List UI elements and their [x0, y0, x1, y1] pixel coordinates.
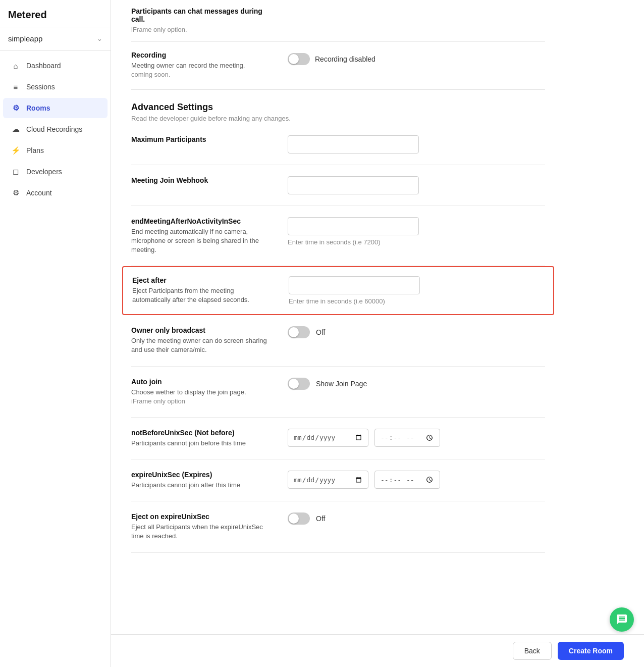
sidebar-item-dashboard[interactable]: ⌂Dashboard	[3, 56, 108, 76]
sidebar-item-sessions[interactable]: ≡Sessions	[3, 77, 108, 97]
sidebar-item-label: Plans	[26, 146, 44, 155]
footer-bar: Back Create Room	[111, 634, 644, 667]
settings-row-end-meeting-no-activity: endMeetingAfterNoActivityInSec End meeti…	[131, 206, 545, 267]
settings-row-eject-on-expire: Eject on expireUnixSec Eject all Partici…	[131, 501, 545, 552]
not-before-unix-sec-label-block: notBeforeUnixSec (Not before) Participan…	[131, 429, 273, 448]
not-before-unix-sec-title: notBeforeUnixSec (Not before)	[131, 429, 273, 437]
chat-label: Participants can chat messages during ca…	[131, 7, 273, 23]
sidebar-item-plans[interactable]: ⚡Plans	[3, 140, 108, 161]
sidebar-item-label: Rooms	[26, 104, 50, 112]
sidebar-item-label: Sessions	[26, 83, 55, 91]
settings-control-end-meeting-no-activity: Enter time in seconds (i.e 7200)	[288, 217, 545, 246]
meeting-join-webhook-input[interactable]	[288, 176, 419, 194]
owner-only-broadcast-desc: Only the meeting owner can do screen sha…	[131, 336, 273, 354]
recording-desc: Meeting owner can record the meeting.	[131, 61, 273, 70]
end-meeting-no-activity-input[interactable]	[288, 217, 419, 235]
auto-join-label-block: Auto join Choose wether to display the j…	[131, 378, 273, 406]
end-meeting-no-activity-title: endMeetingAfterNoActivityInSec	[131, 217, 273, 225]
app-name: simpleapp	[8, 34, 42, 43]
auto-join-toggle[interactable]	[288, 378, 310, 390]
sidebar-item-rooms[interactable]: ⚙Rooms	[3, 98, 108, 118]
settings-list: Maximum Participants Meeting Join Webhoo…	[131, 124, 545, 553]
recording-toggle-label: Recording disabled	[315, 55, 375, 63]
settings-control-not-before-unix-sec	[288, 429, 545, 447]
settings-control-owner-only-broadcast: Off	[288, 326, 545, 338]
eject-on-expire-label-block: Eject on expireUnixSec Eject all Partici…	[131, 512, 273, 541]
auto-join-sublabel: iFrame only option	[131, 397, 273, 406]
expire-unix-sec-time-input[interactable]	[374, 471, 440, 489]
advanced-settings-section: Advanced Settings Read the developer gui…	[131, 90, 545, 124]
meeting-join-webhook-label-block: Meeting Join Webhook	[131, 176, 273, 186]
eject-on-expire-title: Eject on expireUnixSec	[131, 512, 273, 521]
end-meeting-no-activity-desc: End meeting automatically if no camera, …	[131, 227, 273, 255]
rooms-icon: ⚙	[11, 104, 20, 113]
eject-after-label-block: Eject after Eject Participants from the …	[132, 276, 274, 304]
settings-control-expire-unix-sec	[288, 471, 545, 489]
app-logo: Metered	[0, 0, 111, 27]
plans-icon: ⚡	[11, 146, 20, 155]
end-meeting-no-activity-hint: Enter time in seconds (i.e 7200)	[288, 238, 545, 246]
settings-control-eject-on-expire: Off	[288, 512, 545, 525]
max-participants-input[interactable]	[288, 135, 419, 153]
sidebar-item-label: Dashboard	[26, 62, 61, 70]
max-participants-title: Maximum Participants	[131, 135, 273, 143]
auto-join-toggle-label: Show Join Page	[316, 380, 367, 388]
main-content: Participants can chat messages during ca…	[111, 0, 644, 667]
settings-control-meeting-join-webhook	[288, 176, 545, 194]
settings-row-eject-after: Eject after Eject Participants from the …	[122, 266, 554, 315]
owner-only-broadcast-label-block: Owner only broadcast Only the meeting ow…	[131, 326, 273, 354]
owner-only-broadcast-title: Owner only broadcast	[131, 326, 273, 334]
sidebar-item-account[interactable]: ⚙Account	[3, 183, 108, 203]
eject-on-expire-toggle[interactable]	[288, 512, 310, 525]
sidebar-item-developers[interactable]: ◻Developers	[3, 162, 108, 182]
expire-unix-sec-desc: Participants cannot join after this time	[131, 481, 273, 490]
chevron-down-icon: ⌄	[97, 35, 102, 42]
not-before-unix-sec-date-input[interactable]	[288, 429, 368, 447]
settings-control-eject-after: Enter time in seconds (i.e 60000)	[289, 276, 544, 305]
settings-control-auto-join: Show Join Page	[288, 378, 545, 390]
advanced-settings-title: Advanced Settings	[131, 102, 545, 113]
expire-unix-sec-title: expireUnixSec (Expires)	[131, 471, 273, 479]
max-participants-label-block: Maximum Participants	[131, 135, 273, 145]
end-meeting-no-activity-label-block: endMeetingAfterNoActivityInSec End meeti…	[131, 217, 273, 255]
eject-after-desc: Eject Participants from the meeting auto…	[132, 286, 274, 304]
create-room-button[interactable]: Create Room	[558, 642, 624, 660]
settings-row-meeting-join-webhook: Meeting Join Webhook	[131, 165, 545, 206]
expire-unix-sec-date-input[interactable]	[288, 471, 368, 489]
sidebar: Metered simpleapp ⌄ ⌂Dashboard≡Sessions⚙…	[0, 0, 111, 667]
not-before-unix-sec-time-input[interactable]	[374, 429, 440, 447]
sidebar-item-label: Developers	[26, 168, 62, 176]
not-before-unix-sec-desc: Participants cannot join before this tim…	[131, 439, 273, 448]
auto-join-desc: Choose wether to display the join page.	[131, 388, 273, 397]
settings-row-max-participants: Maximum Participants	[131, 124, 545, 165]
meeting-join-webhook-title: Meeting Join Webhook	[131, 176, 273, 184]
settings-row-not-before-unix-sec: notBeforeUnixSec (Not before) Participan…	[131, 418, 545, 459]
sidebar-item-label: Cloud Recordings	[26, 125, 82, 133]
dashboard-icon: ⌂	[11, 61, 20, 70]
eject-on-expire-toggle-label: Off	[316, 515, 325, 523]
app-switcher[interactable]: simpleapp ⌄	[0, 27, 111, 50]
sidebar-item-cloud-recordings[interactable]: ☁Cloud Recordings	[3, 119, 108, 139]
developers-icon: ◻	[11, 167, 20, 176]
settings-row-auto-join: Auto join Choose wether to display the j…	[131, 367, 545, 418]
top-partial: Participants can chat messages during ca…	[131, 0, 545, 90]
eject-after-title: Eject after	[132, 276, 274, 284]
owner-only-broadcast-toggle[interactable]	[288, 326, 310, 338]
cloud-recordings-icon: ☁	[11, 125, 20, 134]
back-button[interactable]: Back	[513, 642, 552, 660]
recording-sublabel: coming soon.	[131, 70, 273, 79]
owner-only-broadcast-toggle-label: Off	[316, 328, 325, 336]
eject-after-input[interactable]	[289, 276, 420, 294]
auto-join-title: Auto join	[131, 378, 273, 386]
expire-unix-sec-label-block: expireUnixSec (Expires) Participants can…	[131, 471, 273, 490]
recording-toggle[interactable]	[288, 53, 310, 65]
sessions-icon: ≡	[11, 82, 20, 91]
settings-control-max-participants	[288, 135, 545, 153]
chat-icon	[616, 613, 628, 626]
settings-row-owner-only-broadcast: Owner only broadcast Only the meeting ow…	[131, 315, 545, 366]
advanced-settings-desc: Read the developer guide before making a…	[131, 115, 545, 122]
account-icon: ⚙	[11, 188, 20, 197]
chat-fab-button[interactable]	[610, 607, 634, 632]
eject-after-hint: Enter time in seconds (i.e 60000)	[289, 297, 544, 305]
eject-on-expire-desc: Eject all Participants when the expireUn…	[131, 523, 273, 541]
